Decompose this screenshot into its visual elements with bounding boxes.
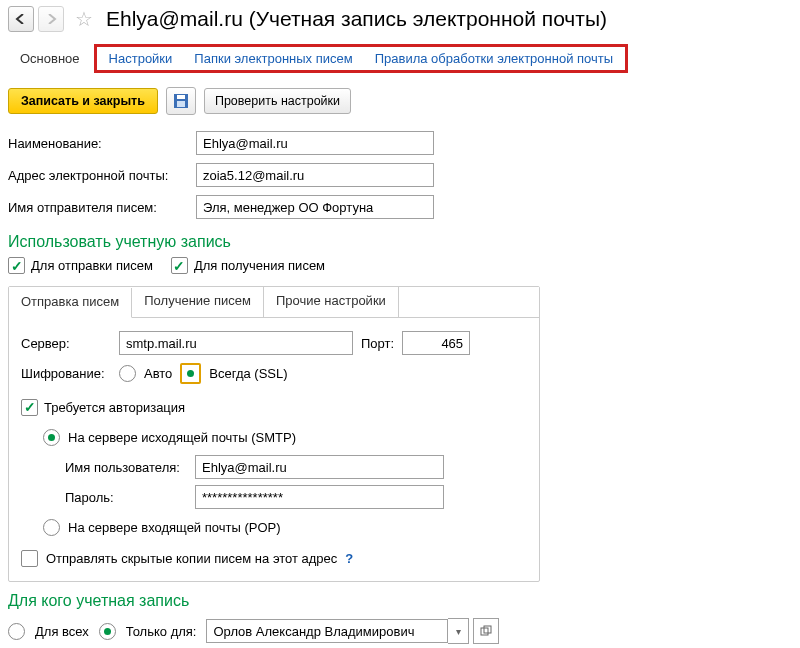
tab-receive[interactable]: Получение писем [132, 287, 264, 317]
floppy-icon [174, 94, 188, 108]
port-input[interactable] [402, 331, 470, 355]
use-recv-checkbox[interactable]: ✓Для получения писем [171, 257, 325, 274]
tab-send[interactable]: Отправка писем [9, 288, 132, 318]
auth-smtp-radio[interactable] [43, 429, 60, 446]
smtp-pass-label: Пароль: [65, 490, 195, 505]
check-icon: ✓ [171, 257, 188, 274]
tab-other[interactable]: Прочие настройки [264, 287, 399, 317]
sender-input[interactable] [196, 195, 434, 219]
save-and-close-button[interactable]: Записать и закрыть [8, 88, 158, 114]
enc-auto-label: Авто [144, 366, 172, 381]
hidden-copies-checkbox[interactable]: ✓ [21, 550, 38, 567]
auth-required-checkbox[interactable]: ✓Требуется авторизация [21, 399, 185, 416]
server-label: Сервер: [21, 336, 111, 351]
highlighted-links: Настройки Папки электронных писем Правил… [94, 44, 629, 73]
enc-auto-radio[interactable] [119, 365, 136, 382]
open-external-button[interactable] [473, 618, 499, 644]
server-input[interactable] [119, 331, 353, 355]
tab-main[interactable]: Основное [8, 45, 92, 72]
smtp-user-label: Имя пользователя: [65, 460, 195, 475]
sender-label: Имя отправителя писем: [8, 200, 196, 215]
link-rules[interactable]: Правила обработки электронной почты [375, 51, 613, 66]
smtp-user-input[interactable] [195, 455, 444, 479]
page-title: Ehlya@mail.ru (Учетная запись электронно… [104, 7, 607, 31]
check-settings-button[interactable]: Проверить настройки [204, 88, 351, 114]
email-input[interactable] [196, 163, 434, 187]
save-button[interactable] [166, 87, 196, 115]
link-folders[interactable]: Папки электронных писем [194, 51, 352, 66]
enc-ssl-label: Всегда (SSL) [209, 366, 287, 381]
smtp-pass-input[interactable] [195, 485, 444, 509]
name-input[interactable] [196, 131, 434, 155]
whom-all-label: Для всех [35, 624, 89, 639]
whom-only-radio[interactable] [99, 623, 116, 640]
use-send-checkbox[interactable]: ✓Для отправки писем [8, 257, 153, 274]
help-icon[interactable]: ? [345, 551, 353, 566]
check-icon: ✓ [21, 399, 38, 416]
favorite-star-icon[interactable]: ☆ [72, 7, 96, 31]
auth-smtp-label: На сервере исходящей почты (SMTP) [68, 430, 296, 445]
encryption-label: Шифрование: [21, 366, 111, 381]
nav-forward-button[interactable] [38, 6, 64, 32]
svg-rect-1 [177, 95, 185, 99]
enc-ssl-radio[interactable] [180, 363, 201, 384]
whom-user-select[interactable] [206, 619, 448, 643]
dropdown-icon[interactable]: ▾ [448, 618, 469, 644]
port-label: Порт: [361, 336, 394, 351]
svg-rect-2 [177, 101, 185, 107]
whom-only-label: Только для: [126, 624, 197, 639]
for-whom-header: Для кого учетная запись [0, 582, 800, 614]
link-settings[interactable]: Настройки [109, 51, 173, 66]
use-account-header: Использовать учетную запись [0, 223, 800, 255]
email-label: Адрес электронной почты: [8, 168, 196, 183]
auth-pop-radio[interactable] [43, 519, 60, 536]
nav-back-button[interactable] [8, 6, 34, 32]
mail-settings-tabs: Отправка писем Получение писем Прочие на… [8, 286, 540, 582]
auth-pop-label: На сервере входящей почты (POP) [68, 520, 281, 535]
whom-all-radio[interactable] [8, 623, 25, 640]
name-label: Наименование: [8, 136, 196, 151]
hidden-copies-label: Отправлять скрытые копии писем на этот а… [46, 551, 337, 566]
check-icon: ✓ [8, 257, 25, 274]
